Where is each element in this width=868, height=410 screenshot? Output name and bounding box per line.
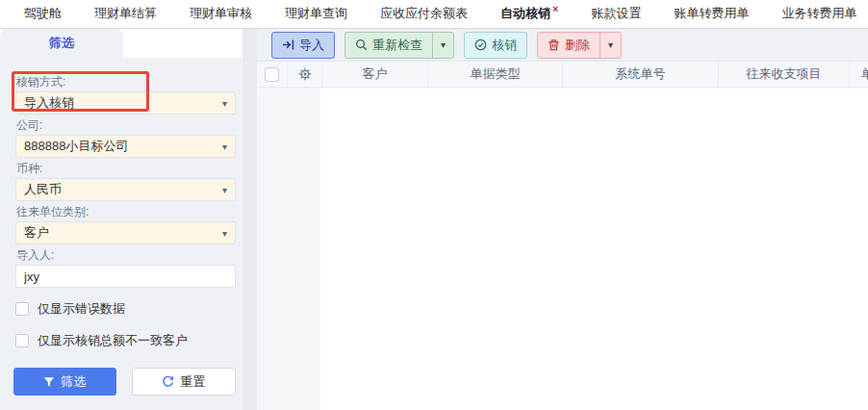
only-mismatch-checkbox-row[interactable]: 仅显示核销总额不一致客户	[15, 332, 236, 349]
filter-icon	[43, 376, 55, 388]
sidebar-tab-strip: 筛选	[0, 29, 243, 58]
tab-finance-audit[interactable]: 理财单审核	[173, 0, 268, 28]
reset-button-label: 重置	[180, 373, 205, 391]
filter-button-label: 筛选	[61, 373, 86, 391]
chevron-down-icon: ▾	[222, 98, 227, 109]
currency-label: 币种:	[16, 162, 236, 175]
importer-input[interactable]	[15, 265, 236, 288]
close-icon[interactable]: ×	[552, 3, 558, 14]
table-body	[257, 88, 868, 410]
tab-auto-writeoff[interactable]: 自动核销×	[484, 0, 574, 28]
delete-button-group: 删除 ▾	[537, 32, 622, 59]
recheck-dropdown-arrow[interactable]: ▾	[432, 33, 453, 58]
writeoff-method-value: 导入核销	[24, 94, 74, 112]
tab-ar-ap-balance[interactable]: 应收应付余额表	[364, 0, 484, 28]
select-all-cell	[257, 62, 288, 87]
panel-gutter	[243, 29, 257, 410]
importer-label: 导入人:	[16, 248, 236, 262]
writeoff-method-select[interactable]: 导入核销 ▾	[15, 91, 236, 115]
only-mismatch-label: 仅显示核销总额不一致客户	[38, 332, 188, 349]
recheck-button[interactable]: 重新检查	[345, 33, 432, 58]
chevron-down-icon: ▾	[222, 185, 227, 195]
select-all-checkbox[interactable]	[265, 67, 279, 82]
recheck-button-group: 重新检查 ▾	[345, 32, 454, 59]
delete-button-label: 删除	[565, 37, 590, 54]
filter-panel-tab[interactable]: 筛选	[0, 29, 123, 58]
only-errors-label: 仅显示错误数据	[38, 300, 125, 318]
currency-select[interactable]: 人民币 ▾	[15, 178, 236, 201]
chevron-down-icon: ▾	[222, 228, 227, 239]
main-content: 导入 重新检查 ▾	[257, 29, 868, 410]
caret-down-icon: ▾	[441, 39, 446, 50]
only-errors-checkbox[interactable]	[15, 302, 29, 316]
trash-icon	[548, 38, 560, 51]
column-settings-cell	[288, 62, 322, 87]
tab-account-settings[interactable]: 账款设置	[574, 0, 657, 28]
company-label: 公司:	[16, 118, 236, 132]
chevron-down-icon: ▾	[222, 141, 227, 152]
only-errors-checkbox-row[interactable]: 仅显示错误数据	[15, 300, 236, 318]
column-header-doc-type[interactable]: 单据类型	[428, 62, 563, 87]
frozen-columns-strip	[257, 88, 320, 410]
gear-icon[interactable]	[298, 67, 312, 81]
reset-button[interactable]: 重置	[132, 368, 236, 396]
filter-button[interactable]: 筛选	[13, 368, 116, 396]
column-header-system-doc-no[interactable]: 系统单号	[563, 62, 719, 87]
currency-value: 人民币	[24, 181, 62, 198]
import-button[interactable]: 导入	[271, 32, 335, 59]
top-tab-bar: 驾驶舱 理财单结算 理财单审核 理财单查询 应收应付余额表 自动核销× 账款设置…	[0, 0, 868, 29]
filter-form: 核销方式: 导入核销 ▾ 公司: 888888小目标公司 ▾ 币种: 人民币 ▾…	[0, 58, 243, 396]
column-header-customer[interactable]: 客户	[322, 62, 428, 87]
column-header-income-expense-item[interactable]: 往来收支项目	[719, 62, 850, 87]
table-header: 客户 单据类型 系统单号 往来收支项目 单	[257, 61, 868, 88]
counterparty-type-value: 客户	[24, 224, 49, 242]
import-icon	[282, 38, 294, 51]
app-window: 驾驶舱 理财单结算 理财单审核 理财单查询 应收应付余额表 自动核销× 账款设置…	[0, 0, 868, 410]
only-mismatch-checkbox[interactable]	[15, 334, 29, 347]
recheck-button-label: 重新检查	[372, 37, 422, 54]
writeoff-method-label: 核销方式:	[16, 75, 236, 89]
toolbar: 导入 重新检查 ▾	[257, 29, 868, 61]
tab-finance-query[interactable]: 理财单查询	[268, 0, 364, 28]
counterparty-type-select[interactable]: 客户 ▾	[15, 221, 236, 244]
search-icon	[355, 38, 368, 51]
tab-auto-writeoff-label: 自动核销	[500, 6, 550, 20]
delete-button[interactable]: 删除	[538, 33, 600, 58]
sidebar-buttons: 筛选 重置	[13, 368, 236, 396]
import-button-label: 导入	[299, 37, 324, 54]
writeoff-button-label: 核销	[492, 37, 517, 54]
refresh-icon	[162, 375, 174, 388]
column-header-doc-clipped[interactable]: 单	[850, 62, 868, 87]
delete-dropdown-arrow[interactable]: ▾	[600, 33, 621, 58]
company-value: 888888小目标公司	[24, 138, 128, 155]
tab-dashboard[interactable]: 驾驶舱	[8, 0, 78, 28]
writeoff-button[interactable]: 核销	[464, 32, 527, 59]
tab-finance-settlement[interactable]: 理财单结算	[78, 0, 173, 28]
caret-down-icon: ▾	[608, 39, 613, 50]
counterparty-type-label: 往来单位类别:	[16, 205, 236, 218]
check-circle-icon	[474, 38, 487, 51]
tab-bill-to-expense[interactable]: 账单转费用单	[657, 0, 765, 28]
filter-sidebar: 筛选 核销方式: 导入核销 ▾ 公司: 888888小目标公司 ▾ 币种: 人民…	[0, 29, 243, 410]
company-select[interactable]: 888888小目标公司 ▾	[15, 135, 236, 158]
tab-business-to-expense[interactable]: 业务转费用单	[765, 0, 868, 28]
